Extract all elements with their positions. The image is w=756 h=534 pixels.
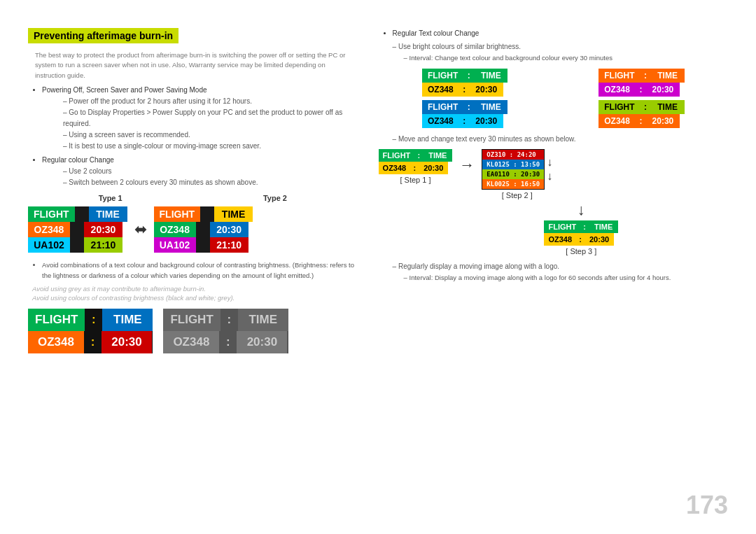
bullet-item-2: Regular colour Change Use 2 colours Swit… — [42, 155, 358, 188]
fb-cell: : — [463, 100, 474, 114]
fb-cell: TIME — [89, 206, 127, 222]
arrow-down-step3-icon: ↓ — [578, 201, 585, 219]
fb-cell: 20:30 — [419, 162, 448, 174]
dash-item: Power off the product for 2 hours after … — [63, 96, 358, 107]
fb-cell: OZ348 — [422, 114, 459, 128]
right-bullet-item: Regular Text colour Change — [393, 28, 728, 38]
bidirectional-arrow-icon: ⬌ — [134, 220, 147, 239]
steps-area: FLIGHT : TIME OZ348 : 20:30 [ Step 1 ] → — [379, 149, 728, 199]
fb-cell: : — [636, 83, 646, 97]
fb-cell: OZ348 — [544, 233, 576, 246]
right-dash-2: Interval: Change text colour and backgro… — [393, 52, 728, 63]
flight-board-3: FLIGHT : TIME OZ348 : 20:30 — [422, 100, 507, 128]
fb-cell: OZ348 — [598, 83, 636, 97]
fb-cell: : — [463, 69, 474, 83]
dash-item: It is best to use a single-colour or mov… — [63, 141, 358, 152]
fb-cell: TIME — [102, 309, 153, 331]
type2-board: FLIGHT TIME OZ348 20:30 UA102 21:10 — [154, 206, 253, 253]
boards-grid: FLIGHT : TIME OZ348 : 20:30 FLIGHT — [379, 69, 728, 128]
page: Preventing afterimage burn-in The best w… — [0, 0, 756, 534]
type-boards-row: FLIGHT TIME OZ348 20:30 UA102 21:10 ⬌ — [28, 206, 358, 253]
fb-cell: : — [459, 83, 470, 97]
fb-cell — [196, 222, 210, 237]
fb-cell: : — [414, 149, 423, 162]
fb-cell: : — [459, 114, 470, 128]
fb-cell: FLIGHT — [598, 69, 640, 83]
fb-cell: OZ348 — [28, 222, 70, 237]
fb-cell: UA102 — [154, 237, 196, 253]
fb-cell: 20:30 — [584, 233, 614, 246]
fb-cell: : — [220, 309, 238, 331]
down-arrows: ↓ ↓ — [547, 149, 552, 190]
fb-cell: UA102 — [28, 237, 70, 253]
bottom-boards: FLIGHT : TIME OZ348 : 20:30 FLIGHT : TIM… — [28, 309, 358, 353]
fb-cell: FLIGHT — [379, 149, 415, 162]
type-labels: Type 1 Type 2 — [28, 194, 358, 202]
step3-board: FLIGHT : TIME OZ348 : 20:30 — [544, 220, 618, 246]
fb-cell: 20:30 — [210, 222, 248, 237]
fb-cell: OZ348 — [598, 114, 636, 128]
left-column: Preventing afterimage burn-in The best w… — [28, 28, 372, 513]
fb-cell: 20:30 — [237, 331, 287, 353]
fb-cell: FLIGHT — [28, 206, 75, 222]
section-title: Preventing afterimage burn-in — [28, 28, 178, 43]
step2-label: [ Step 2 ] — [502, 191, 533, 199]
fb-cell: : — [410, 162, 419, 174]
flight-board-2: FLIGHT : TIME OZ348 : 20:30 — [598, 69, 684, 97]
right-bullet-list: Regular Text colour Change — [386, 28, 728, 38]
bullet-item-1: Powering Off, Screen Saver and Power Sav… — [42, 85, 358, 152]
fb-cell: : — [640, 100, 651, 114]
type2-label: Type 2 — [192, 194, 357, 202]
fb-cell: FLIGHT — [544, 220, 580, 233]
fb-cell: 20:30 — [470, 83, 503, 97]
dash-item: Use 2 colours — [63, 166, 358, 177]
fb-cell: 20:30 — [646, 83, 680, 97]
dash-list-1: Power off the product for 2 hours after … — [56, 96, 358, 152]
fb-cell — [200, 206, 214, 222]
right-dash-1: Use bright colours of similar brightness… — [393, 41, 728, 52]
arrow-down-icon-1: ↓ — [547, 156, 552, 169]
fb-cell — [70, 222, 84, 237]
step3-arrow-area: ↓ — [435, 201, 728, 219]
flight-board-4: FLIGHT : TIME OZ348 : 20:30 — [598, 100, 684, 128]
step1-label: [ Step 1 ] — [400, 176, 430, 184]
fb-cell: TIME — [474, 100, 507, 114]
fb-cell: : — [219, 331, 237, 353]
fb-cell: KL0125 : 13:50 — [482, 160, 544, 169]
dash-list-2: Use 2 colours Switch between 2 colours e… — [56, 166, 358, 188]
fb-cell: TIME — [214, 206, 253, 222]
fb-cell — [70, 237, 84, 253]
fb-cell: : — [85, 309, 102, 331]
board-orange-magenta: FLIGHT : TIME OZ348 : 20:30 — [555, 69, 728, 97]
fb-cell: TIME — [651, 100, 685, 114]
regularly-item: Regularly display a moving image along w… — [393, 261, 728, 272]
page-number: 173 — [686, 491, 728, 520]
fb-cell: 20:30 — [84, 222, 122, 237]
move-text: Move and change text every 30 minutes as… — [393, 134, 728, 145]
right-dash-list: Use bright colours of similar brightness… — [393, 41, 728, 63]
fb-cell: : — [636, 114, 646, 128]
dash-item: Switch between 2 colours every 30 minute… — [63, 177, 358, 188]
step1-board: FLIGHT : TIME OZ348 : 20:30 — [379, 149, 453, 174]
move-dash-list: Move and change text every 30 minutes as… — [393, 134, 728, 145]
avoid-list: Avoid combinations of a text colour and … — [35, 260, 358, 281]
fb-cell: FLIGHT — [163, 309, 220, 331]
fb-cell: : — [580, 220, 589, 233]
fb-cell: OZ348 — [422, 83, 459, 97]
fb-cell: TIME — [589, 220, 618, 233]
intro-text: The best way to protect the product from… — [35, 50, 358, 80]
type1-board: FLIGHT TIME OZ348 20:30 UA102 21:10 — [28, 206, 127, 253]
fb-cell: : — [640, 69, 651, 83]
arrow-right-icon: → — [459, 156, 475, 174]
arrow-down-icon-2: ↓ — [547, 170, 552, 183]
fb-cell: OZ310 : 24:20 — [482, 150, 544, 160]
board-blue-cyan: FLIGHT : TIME OZ348 : 20:30 — [379, 100, 552, 128]
dash-item: Using a screen saver is recommended. — [63, 129, 358, 141]
fb-cell: FLIGHT — [28, 309, 85, 331]
fb-cell: FLIGHT — [154, 206, 201, 222]
step2-board: OZ310 : 24:20 KL0125 : 13:50 EA0110 : 20… — [482, 149, 545, 190]
bottom-board-dark-1: FLIGHT : TIME OZ348 : 20:30 — [28, 309, 153, 353]
fb-cell — [196, 237, 210, 253]
fb-cell: FLIGHT — [422, 100, 463, 114]
step3-area: FLIGHT : TIME OZ348 : 20:30 [ Step 3 ] — [435, 220, 728, 255]
